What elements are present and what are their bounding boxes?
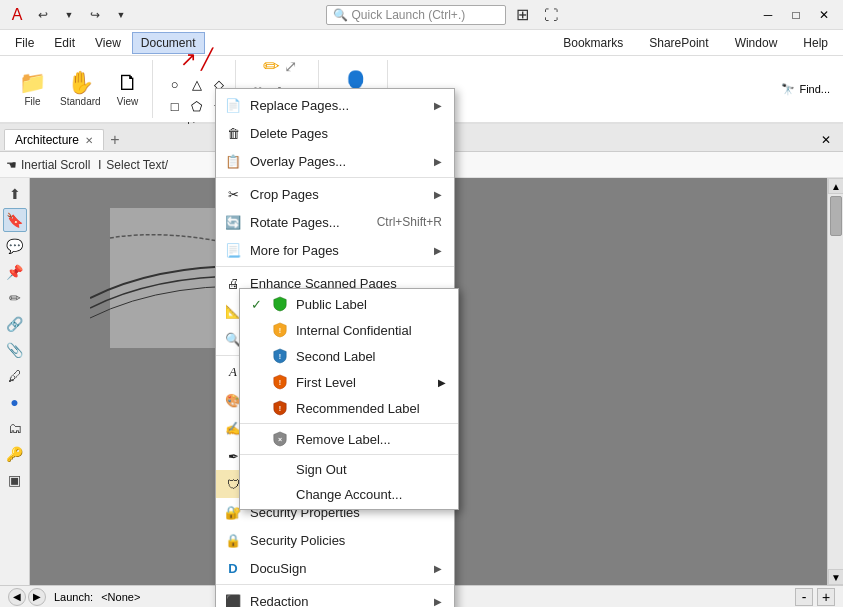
menu-more-pages[interactable]: 📃 More for Pages ▶ <box>216 236 454 264</box>
crop-icon: ✂ <box>224 185 242 203</box>
zoom-plus-btn[interactable]: + <box>817 588 835 606</box>
lt-bookmark-tool[interactable]: 🔖 <box>3 208 27 232</box>
sens-first-level[interactable]: ! First Level ▶ <box>240 369 458 395</box>
select-text-item[interactable]: Ⅰ Select Text/ <box>98 158 168 172</box>
doc-tab-close[interactable]: ✕ <box>85 135 93 146</box>
security-policies-label: Security Policies <box>250 533 442 548</box>
fit-icon[interactable]: ⛶ <box>540 4 562 26</box>
close-button[interactable]: ✕ <box>811 4 837 26</box>
scroll-thumb[interactable] <box>830 196 842 236</box>
find-label: Find... <box>799 83 830 95</box>
menu-redaction[interactable]: ⬛ Redaction ▶ <box>216 587 454 607</box>
menu-replace-pages[interactable]: 📄 Replace Pages... ▶ <box>216 91 454 119</box>
sens-internal-confidential[interactable]: ! Internal Confidential <box>240 317 458 343</box>
lt-attach-tool[interactable]: 📎 <box>3 338 27 362</box>
launch-label: Launch: <box>54 591 93 603</box>
menu-window[interactable]: Window <box>726 32 787 54</box>
docusign-icon: D <box>224 559 242 577</box>
zoom-minus-btn[interactable]: - <box>795 588 813 606</box>
lt-edit-tool[interactable]: ✏ <box>3 286 27 310</box>
menu-security-policies[interactable]: 🔒 Security Policies <box>216 526 454 554</box>
menu-bookmarks[interactable]: Bookmarks <box>554 32 632 54</box>
overlay-pages-arrow: ▶ <box>434 156 442 167</box>
undo-button[interactable]: ↩ <box>32 4 54 26</box>
panel-close-button[interactable]: ✕ <box>813 129 839 151</box>
sens-recommended-label[interactable]: ! Recommended Label <box>240 395 458 421</box>
inertial-scroll-item[interactable]: ☚ Inertial Scroll <box>6 158 90 172</box>
sens-remove-label[interactable]: × Remove Label... <box>240 426 458 452</box>
redaction-label: Redaction <box>250 594 426 608</box>
new-tab-button[interactable]: + <box>104 129 126 151</box>
binoculars-icon: 🔭 <box>781 83 795 96</box>
menu-rotate-pages[interactable]: 🔄 Rotate Pages... Ctrl+Shift+R <box>216 208 454 236</box>
find-button[interactable]: 🔭 Find... <box>776 80 835 99</box>
quick-launch-search[interactable]: 🔍 Quick Launch (Ctrl+.) <box>326 5 506 25</box>
second-label-text: Second Label <box>296 349 446 364</box>
next-page-btn[interactable]: ▶ <box>28 588 46 606</box>
lt-layers-tool[interactable]: 🗂 <box>3 416 27 440</box>
minimize-button[interactable]: ─ <box>755 4 781 26</box>
sep-2 <box>216 266 454 267</box>
triangle-shape[interactable]: △ <box>187 75 207 95</box>
scroll-up-arrow[interactable]: ▲ <box>828 178 843 194</box>
scroll-track[interactable] <box>828 238 843 569</box>
eraser-tool[interactable]: ✏ <box>263 54 280 78</box>
change-account-text: Change Account... <box>296 487 446 502</box>
grid-icon[interactable]: ⊞ <box>512 4 534 26</box>
redaction-icon: ⬛ <box>224 592 242 607</box>
redo-button[interactable]: ↪ <box>84 4 106 26</box>
cursor-icon: Ⅰ <box>98 158 102 172</box>
diagonal-tool[interactable]: ╱ <box>201 47 213 71</box>
undo-dropdown[interactable]: ▼ <box>58 4 80 26</box>
lt-cursor-tool[interactable]: ⬆ <box>3 182 27 206</box>
prev-page-btn[interactable]: ◀ <box>8 588 26 606</box>
lt-rect-tool[interactable]: ▣ <box>3 468 27 492</box>
lt-pin-tool[interactable]: 📌 <box>3 260 27 284</box>
scroll-down-arrow[interactable]: ▼ <box>828 569 843 585</box>
menu-file[interactable]: File <box>6 32 43 54</box>
maximize-button[interactable]: □ <box>783 4 809 26</box>
inertial-scroll-label: Inertial Scroll <box>21 158 90 172</box>
view-tool[interactable]: 🗋 View <box>110 69 146 110</box>
menu-sharepoint[interactable]: SharePoint <box>640 32 717 54</box>
replace-pages-icon: 📄 <box>224 96 242 114</box>
sens-sign-out[interactable]: Sign Out <box>240 457 458 482</box>
folder-icon: 📁 <box>19 72 46 94</box>
redo-dropdown[interactable]: ▼ <box>110 4 132 26</box>
lt-key-tool[interactable]: 🔑 <box>3 442 27 466</box>
menu-delete-pages[interactable]: 🗑 Delete Pages <box>216 119 454 147</box>
pentagon-shape[interactable]: ⬠ <box>187 97 207 117</box>
internal-confidential-text: Internal Confidential <box>296 323 446 338</box>
lt-circle-tool[interactable]: ● <box>3 390 27 414</box>
lt-link-tool[interactable]: 🔗 <box>3 312 27 336</box>
lt-comment-tool[interactable]: 💬 <box>3 234 27 258</box>
sign-out-text: Sign Out <box>296 462 446 477</box>
doc-tab-architecture[interactable]: Architecture ✕ <box>4 129 104 150</box>
right-scrollbar[interactable]: ▲ ▼ <box>827 178 843 585</box>
sens-second-label[interactable]: ! Second Label <box>240 343 458 369</box>
file-tool[interactable]: 📁 File <box>14 69 51 110</box>
menu-overlay-pages[interactable]: 📋 Overlay Pages... ▶ <box>216 147 454 175</box>
nav-arrows: ◀ ▶ <box>8 588 46 606</box>
arrow-tool[interactable]: ↗ <box>180 47 197 71</box>
sens-public-label[interactable]: ✓ Public Label <box>240 291 458 317</box>
menu-help[interactable]: Help <box>794 32 837 54</box>
zoom-controls: - + <box>795 588 835 606</box>
sens-change-account[interactable]: Change Account... <box>240 482 458 507</box>
oval-shape[interactable]: ○ <box>165 75 185 95</box>
expand-tool[interactable]: ⤢ <box>284 57 297 76</box>
menu-crop-pages[interactable]: ✂ Crop Pages ▶ <box>216 180 454 208</box>
delete-pages-icon: 🗑 <box>224 124 242 142</box>
second-label-icon: ! <box>272 348 288 364</box>
remove-label-text: Remove Label... <box>296 432 446 447</box>
standard-tool[interactable]: ✋ Standard <box>55 69 106 110</box>
menu-view[interactable]: View <box>86 32 130 54</box>
recommended-label-text: Recommended Label <box>296 401 446 416</box>
hand-tool-icon: ☚ <box>6 158 17 172</box>
lt-pen-tool[interactable]: 🖊 <box>3 364 27 388</box>
menu-edit[interactable]: Edit <box>45 32 84 54</box>
menu-docusign[interactable]: D DocuSign ▶ <box>216 554 454 582</box>
sensitivity-submenu[interactable]: ✓ Public Label ! Internal Confidential <box>239 288 459 510</box>
rect-shape[interactable]: □ <box>165 97 185 117</box>
security-policies-icon: 🔒 <box>224 531 242 549</box>
